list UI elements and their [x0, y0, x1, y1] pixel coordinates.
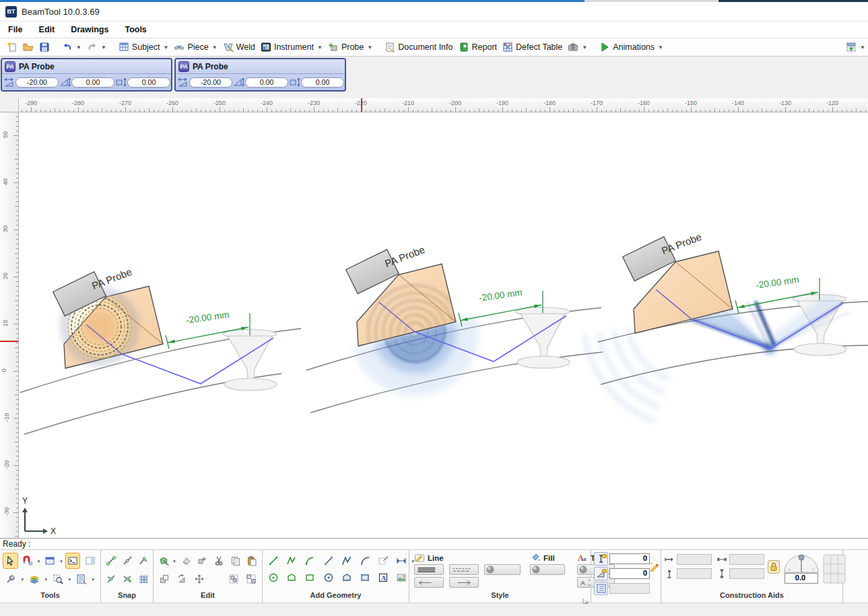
lock-field-value[interactable] [609, 583, 650, 594]
arc-blue-button[interactable] [357, 553, 373, 569]
fill-color-button[interactable] [530, 564, 565, 575]
style-fill-label: Fill [543, 554, 555, 562]
eraser-button[interactable] [178, 553, 193, 569]
ribbon-spacer [843, 550, 868, 603]
rotation-gauge[interactable]: 0.0 [783, 553, 820, 584]
horizontal-ruler[interactable]: -290-280-270-260-250-240-230-220-210-200… [19, 98, 868, 112]
redo-button[interactable]: ▼ [84, 40, 109, 54]
aspect-lock-button[interactable] [768, 560, 780, 574]
style-dialog-launcher[interactable] [582, 594, 589, 601]
probe-field-value[interactable]: 0.00 [245, 77, 288, 88]
rect-blue-button[interactable] [357, 570, 373, 586]
arrow-start-button[interactable] [414, 577, 444, 588]
add-point-button[interactable] [195, 553, 209, 569]
circle-blue-button[interactable] [321, 570, 337, 586]
probe-field-value[interactable]: 0.00 [127, 77, 170, 88]
menu-drawings[interactable]: Drawings [71, 25, 108, 34]
arc-green-button[interactable] [302, 553, 318, 569]
edit-values-button[interactable] [649, 561, 660, 574]
window-panel-button[interactable]: ▾ [42, 553, 58, 569]
rotation-value[interactable]: 0.0 [784, 573, 818, 584]
copy-button[interactable] [228, 553, 243, 569]
image-box-button[interactable] [393, 570, 409, 586]
zoom-region-button[interactable]: ▾ [50, 571, 66, 587]
line-width-button[interactable] [414, 564, 444, 575]
open-folder-button[interactable] [20, 40, 36, 54]
line-green-button[interactable] [265, 553, 281, 569]
vertical-ruler[interactable]: 50403020100-10-20-30 [0, 112, 19, 538]
vlock-button[interactable] [594, 552, 608, 566]
move-button[interactable] [192, 571, 207, 587]
menu-edit[interactable]: Edit [39, 25, 55, 34]
new-document-button[interactable] [4, 40, 20, 54]
polyline-green-button[interactable] [283, 553, 300, 569]
probe-field-value[interactable]: 0.00 [301, 77, 344, 88]
polygon-green-button[interactable] [283, 570, 300, 586]
hruler-label: -130 [779, 100, 791, 106]
menu-file[interactable]: File [8, 25, 23, 34]
magnet-button[interactable]: ▾ [20, 553, 36, 569]
style-line: Line [412, 552, 520, 591]
lock-field-value[interactable]: 0 [609, 553, 650, 564]
wrench-button[interactable]: ▾ [3, 571, 19, 587]
snap-perp-button[interactable] [104, 571, 118, 587]
shape-edit-button[interactable]: ▾ [156, 553, 171, 569]
ungroup-button[interactable] [244, 571, 259, 587]
paste-button[interactable] [244, 553, 259, 569]
console-button[interactable] [65, 553, 81, 569]
snap-grid-button[interactable] [136, 571, 150, 587]
probe-field-value[interactable]: -20.00 [189, 77, 232, 88]
menu-tools[interactable]: Tools [125, 25, 146, 34]
probe-panel-2[interactable]: PAPA Probe-20.000.000.00 [174, 58, 346, 92]
subject-button[interactable]: Subject▼ [116, 40, 172, 54]
probe-button[interactable]: Probe▼ [325, 40, 375, 54]
dimension-blue-button[interactable]: ▾ [393, 553, 409, 569]
sidebar-button[interactable] [82, 553, 98, 569]
hruler-tick [201, 110, 201, 112]
construction-field-value[interactable] [729, 554, 764, 565]
circle-green-button[interactable] [265, 570, 281, 586]
weld-button[interactable]: Weld [220, 40, 258, 54]
snap-ends-button[interactable] [104, 553, 118, 569]
piece-button[interactable]: Piece▼ [171, 40, 220, 54]
probe-field-value[interactable]: -20.00 [15, 77, 59, 88]
cut-button[interactable] [211, 553, 226, 569]
region-blue-button[interactable] [375, 553, 391, 569]
snap-inter-button[interactable] [120, 571, 134, 587]
grid-snap-button[interactable] [823, 554, 846, 584]
arrow-end-button[interactable] [449, 577, 479, 588]
order-button[interactable] [156, 571, 172, 587]
alock-button[interactable] [594, 567, 608, 580]
probe-panel-1[interactable]: PAPA Probe-20.000.000.00 [1, 58, 172, 92]
rect-green-button[interactable] [302, 570, 318, 586]
camera-button[interactable]: ▼ [565, 40, 590, 54]
document-info-button[interactable]: Document Info [382, 40, 455, 54]
group-button[interactable] [226, 571, 241, 587]
layers-button[interactable]: ▾ [26, 571, 42, 587]
text-box-button[interactable]: A [375, 570, 391, 586]
snap-mid-button[interactable] [120, 553, 134, 569]
listbox-button[interactable] [594, 582, 608, 595]
snap-node-button[interactable] [136, 553, 150, 569]
defect-table-button[interactable]: Defect Table [500, 40, 565, 54]
line-style-button[interactable] [449, 564, 479, 575]
undo-button[interactable]: ▼ [59, 40, 84, 54]
save-button[interactable] [36, 40, 53, 54]
construction-field-value[interactable] [677, 554, 712, 565]
rotate-button[interactable] [174, 571, 189, 587]
line-blue-button[interactable] [321, 553, 337, 569]
export-panel-button[interactable]: ▼ [843, 40, 868, 54]
drawing-canvas[interactable]: -20.00 mmPA Probe-20.00 mmPA Probe-20.00… [19, 112, 868, 538]
construction-field-value[interactable] [729, 568, 764, 579]
line-color-button[interactable] [484, 564, 521, 575]
probe-field-value[interactable]: 0.00 [71, 77, 114, 88]
instrument-button[interactable]: Instrument▼ [258, 40, 325, 54]
polyline-blue-button[interactable] [339, 553, 355, 569]
design-list-button[interactable]: ▾ [73, 571, 90, 587]
cursor-button[interactable] [3, 553, 18, 569]
animations-button[interactable]: Animations▼ [597, 40, 666, 54]
polygon-blue-button[interactable] [339, 570, 355, 586]
construction-field-value[interactable] [677, 568, 712, 579]
lock-field-value[interactable]: 0 [609, 568, 650, 579]
report-button[interactable]: Report [456, 40, 500, 54]
